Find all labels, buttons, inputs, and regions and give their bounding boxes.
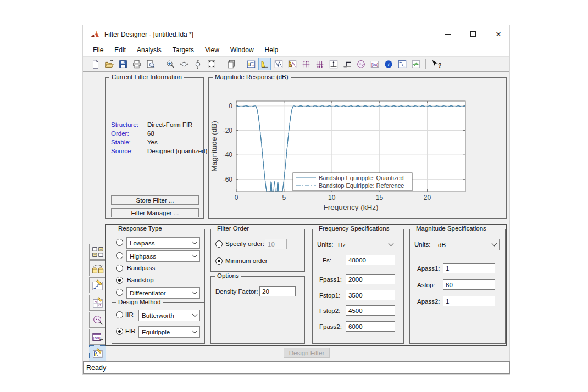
- pole-zero-plot-button[interactable]: [354, 58, 367, 70]
- sidebar-design-filter-button[interactable]: [89, 345, 106, 361]
- fpass1-input[interactable]: [346, 274, 395, 284]
- design-method-title: Design Method: [116, 299, 163, 305]
- iir-radio[interactable]: [116, 311, 123, 318]
- fir-method-value: Equiripple: [142, 329, 170, 335]
- frequency-units-label: Units:: [317, 241, 333, 248]
- main-content: [ba] Current Filter Information Structur…: [83, 72, 509, 361]
- sidebar-transform-filter-button[interactable]: [89, 260, 106, 276]
- open-file-button[interactable]: [103, 58, 115, 70]
- sidebar-import-filter-button[interactable]: [ba]: [89, 329, 106, 345]
- apass1-label: Apass1:: [417, 265, 440, 272]
- impulse-response-button[interactable]: [327, 58, 340, 70]
- fstop2-input[interactable]: [346, 305, 395, 316]
- filter-source-row: Source: Designed (quantized): [111, 148, 133, 154]
- maximize-button[interactable]: [467, 28, 480, 40]
- apass1-input[interactable]: [443, 263, 495, 273]
- zoom-in-button[interactable]: [164, 58, 176, 70]
- context-help-button[interactable]: ?: [429, 58, 442, 70]
- apass2-input[interactable]: [443, 296, 495, 306]
- group-delay-icon: [301, 59, 311, 69]
- fpass2-input[interactable]: [346, 321, 395, 332]
- fstop2-label: Fstop2:: [319, 307, 340, 314]
- step-response-icon: [342, 59, 352, 69]
- print-to-figure-button[interactable]: [225, 58, 237, 70]
- sidebar-pole-zero-editor-button[interactable]: [89, 295, 106, 311]
- sidebar-set-quantization-parameters-button[interactable]: [89, 277, 106, 293]
- fstop1-input[interactable]: [346, 290, 395, 300]
- highpass-select[interactable]: Highpass: [126, 250, 200, 262]
- svg-text:?: ?: [438, 62, 441, 69]
- phase-response-button[interactable]: [272, 58, 285, 70]
- current-filter-info-group: Current Filter Information Structure: Di…: [105, 77, 204, 219]
- sidebar-realize-model-button[interactable]: [89, 312, 106, 328]
- print-icon: [132, 59, 142, 69]
- filter-order-title: Filter Order: [215, 225, 251, 232]
- close-icon: ✕: [496, 31, 502, 38]
- bandstop-radio[interactable]: [116, 277, 123, 284]
- menu-view[interactable]: View: [199, 44, 225, 55]
- fs-input[interactable]: [346, 255, 395, 265]
- zoom-in-icon: [165, 59, 175, 69]
- zoom-x-button[interactable]: [177, 58, 190, 70]
- filter-order-row: Order: 68: [111, 130, 129, 137]
- filter-specifications-button[interactable]: [245, 58, 257, 70]
- phase-response-icon: [274, 59, 284, 69]
- menu-window[interactable]: Window: [225, 44, 259, 55]
- context-help-icon: ?: [431, 59, 441, 69]
- magnitude-response-button[interactable]: [258, 58, 271, 70]
- menu-file[interactable]: File: [87, 44, 109, 55]
- specify-order-radio[interactable]: [215, 240, 223, 248]
- filter-order-group: Filter Order Specify order: Minimum orde…: [210, 229, 305, 272]
- specify-order-input[interactable]: [265, 239, 287, 249]
- close-button[interactable]: ✕: [492, 28, 505, 40]
- filter-structure-row: Structure: Direct-Form FIR: [111, 121, 138, 128]
- filter-information-button[interactable]: i: [382, 58, 395, 70]
- magnitude-phase-response-button[interactable]: [286, 58, 298, 70]
- highpass-radio[interactable]: [116, 252, 123, 259]
- zoom-y-button[interactable]: [191, 58, 204, 70]
- status-bar: Ready: [83, 361, 510, 374]
- phase-delay-button[interactable]: [313, 58, 326, 70]
- step-response-button[interactable]: [341, 58, 353, 70]
- lowpass-radio[interactable]: [116, 239, 123, 246]
- differentiator-radio[interactable]: [116, 289, 123, 296]
- filter-coefficients-button[interactable]: [ba]: [368, 58, 381, 70]
- menu-edit[interactable]: Edit: [109, 44, 131, 55]
- filter-coefficients-icon: [ba]: [370, 59, 380, 69]
- minimize-button[interactable]: [441, 28, 454, 40]
- sidebar-create-multirate-filter-button[interactable]: [89, 244, 106, 260]
- frequency-units-select[interactable]: Hz: [335, 239, 396, 250]
- new-file-button[interactable]: [89, 58, 102, 70]
- magnitude-response-plot[interactable]: 051015200-20-40-60Frequency (kHz)Magnitu…: [209, 78, 506, 217]
- menu-help[interactable]: Help: [259, 44, 284, 55]
- minimum-order-radio[interactable]: [215, 257, 223, 265]
- differentiator-select-value: Differentiator: [130, 290, 166, 296]
- full-view-button[interactable]: [205, 58, 218, 70]
- fir-method-select[interactable]: Equiripple: [138, 326, 200, 338]
- lowpass-select[interactable]: Lowpass: [126, 237, 200, 249]
- magnitude-response-estimate-button[interactable]: [396, 58, 408, 70]
- bandpass-radio[interactable]: [116, 265, 123, 272]
- fir-label: FIR: [125, 328, 136, 334]
- fir-radio[interactable]: [116, 328, 123, 335]
- magnitude-phase-response-icon: [287, 59, 297, 69]
- density-factor-input[interactable]: [259, 286, 296, 296]
- svg-text:Bandstop Equiripple: Reference: Bandstop Equiripple: Reference: [319, 182, 404, 189]
- full-view-icon: [207, 59, 217, 69]
- save-button[interactable]: [117, 58, 129, 70]
- magnitude-units-select[interactable]: dB: [435, 239, 500, 250]
- store-filter-button[interactable]: Store Filter ...: [111, 195, 199, 205]
- filter-manager-button[interactable]: Filter Manager ...: [111, 208, 199, 217]
- print-button[interactable]: [130, 58, 143, 70]
- svg-text:[ba]: [ba]: [371, 62, 378, 67]
- iir-method-select[interactable]: Butterworth: [138, 310, 200, 321]
- design-filter-button[interactable]: Design Filter: [284, 348, 330, 358]
- astop-input[interactable]: [443, 279, 495, 290]
- menu-analysis[interactable]: Analysis: [131, 44, 167, 55]
- menu-targets[interactable]: Targets: [167, 44, 199, 55]
- differentiator-select[interactable]: Differentiator: [126, 287, 200, 299]
- response-type-group: Response Type Lowpass Highpass Bandpass …: [112, 229, 205, 303]
- group-delay-button[interactable]: [299, 58, 312, 70]
- round-off-noise-power-spectrum-button[interactable]: [409, 58, 422, 70]
- print-preview-button[interactable]: [144, 58, 157, 70]
